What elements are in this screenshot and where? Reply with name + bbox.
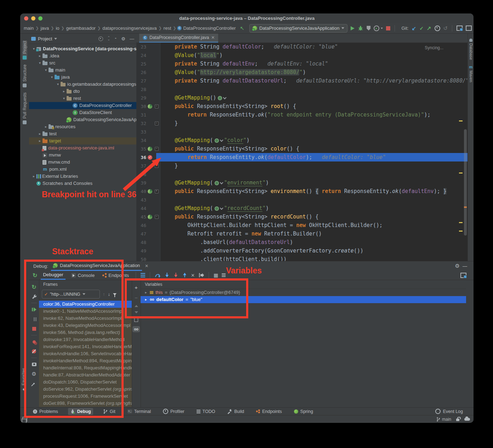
endpoint-mapping-icon[interactable] (148, 189, 152, 194)
frame-row[interactable]: handleInternal:808, RequestMappingHandle… (39, 364, 132, 372)
code-line[interactable]: 26 @Value("http://verylargedatastore:808… (136, 68, 468, 76)
debugger-settings-gear-icon[interactable]: ⚙ (29, 371, 39, 377)
code-line[interactable]: 43 (136, 195, 468, 204)
event-log-button[interactable]: Event Log (435, 409, 463, 414)
debug-session-tab[interactable]: DataProcessingServiceJavaApplication (51, 261, 142, 271)
request-mapping-globe-icon[interactable] (215, 138, 219, 143)
collapse-fold-icon[interactable]: − (155, 147, 159, 151)
duplicate-watch-icon[interactable] (134, 318, 138, 322)
code-line[interactable]: 46 OkHttpClient.Builder httpClient = new… (136, 221, 468, 229)
request-mapping-globe-icon[interactable] (215, 181, 219, 185)
frame-row[interactable]: invokeHandlerMethod:894, RequestMappingH… (39, 357, 132, 364)
breadcrumb-item[interactable]: rest (163, 25, 172, 31)
stop-button[interactable] (386, 26, 390, 30)
collapse-fold-icon[interactable]: − (155, 104, 159, 108)
chevron-down-icon[interactable] (223, 96, 226, 100)
tree-item[interactable]: data-processing-service-java.iml (29, 144, 136, 152)
variable-row-defaultcolor[interactable]: ▸ oo defaultColor = "blue" (141, 296, 466, 303)
chevron-down-icon[interactable] (220, 206, 223, 210)
stripe-tab-database[interactable]: Database (469, 39, 473, 60)
pause-program-icon[interactable] (34, 317, 35, 321)
locate-file-icon[interactable] (98, 36, 103, 41)
open-preview-icon[interactable] (466, 25, 472, 31)
move-watch-down-icon[interactable] (135, 311, 138, 313)
tool-problems[interactable]: !Problems (31, 408, 60, 415)
wrench-icon[interactable] (32, 294, 36, 299)
thread-dump-icon[interactable] (32, 363, 36, 366)
next-frame-icon[interactable]: ↓ (108, 291, 110, 297)
collapse-fold-icon[interactable]: − (155, 164, 159, 168)
gear-icon[interactable]: ⚙ (121, 36, 125, 41)
run-with-coverage-button[interactable] (367, 26, 370, 30)
history-button[interactable] (435, 25, 440, 31)
expand-fold-icon[interactable]: + (155, 189, 159, 193)
lock-icon[interactable] (456, 419, 459, 421)
code-line[interactable]: 47 Retrofit retrofit = new Retrofit.Buil… (136, 229, 468, 238)
code-line[interactable]: 29 @GetMapping() (136, 93, 468, 102)
chevron-icon[interactable]: ▸ (43, 123, 49, 130)
tool-debug[interactable]: Debug (68, 408, 93, 415)
tree-item[interactable]: ▸dto (29, 88, 136, 95)
code-line[interactable]: 31 return ResponseEntity.ok("root endpoi… (136, 110, 468, 119)
move-watch-up-icon[interactable] (135, 305, 138, 307)
remove-watch-icon[interactable]: − (135, 295, 138, 301)
tree-item[interactable]: ▸External Libraries (29, 173, 136, 180)
code-line[interactable]: 40+ public ResponseEntity<String> enviro… (136, 187, 468, 195)
debug-button[interactable] (358, 25, 363, 31)
tree-item[interactable]: mvnw.cmd (29, 159, 136, 166)
frame-row[interactable]: invoke:43, DelegatingMethodAccessorImpl (39, 322, 132, 329)
variable-row-this[interactable]: ▸ this = {DataProcessingController@6749} (141, 289, 466, 296)
git-push-button[interactable]: ↗ (427, 25, 431, 32)
endpoint-mapping-icon[interactable] (148, 104, 152, 109)
frame-row[interactable]: invoke:62, NativeMethodAccessorImpl (39, 315, 132, 322)
force-step-into-icon[interactable] (173, 273, 178, 278)
breadcrumb-item[interactable]: dataprocessingservicejava (102, 25, 157, 31)
layout-menu-icon[interactable] (141, 273, 145, 274)
frame-row[interactable]: doInvoke:197, InvocableHandlerMethod (39, 336, 132, 343)
endpoint-mapping-icon[interactable] (148, 147, 152, 151)
mute-breakpoints-icon[interactable] (32, 349, 36, 353)
breadcrumb-item[interactable]: main (23, 25, 34, 31)
stripe-tab-maven[interactable]: mMaven (469, 65, 473, 82)
code-line[interactable]: 45− public ResponseEntity<String> record… (136, 212, 468, 221)
evaluate-expression-icon[interactable]: ▦ (214, 272, 218, 278)
hide-panel-icon[interactable]: — (463, 263, 467, 269)
code-line[interactable]: 38 (136, 170, 468, 178)
tree-item[interactable]: ▸.idea (29, 52, 136, 59)
chevron-down-icon[interactable] (220, 138, 223, 142)
chevron-icon[interactable]: ▸ (61, 88, 67, 95)
tool-build[interactable]: Build (225, 408, 246, 415)
tool-spring[interactable]: Spring (292, 408, 315, 415)
breadcrumb-item[interactable]: getambasador (66, 25, 96, 31)
tool-todo[interactable]: TODO (194, 408, 217, 415)
stripe-tab-structure[interactable]: Structure (22, 64, 27, 87)
breadcrumb-item-current[interactable]: DataProcessingController (182, 25, 236, 31)
code-line[interactable]: 50 .client(httpClient.build()) (136, 255, 468, 261)
tree-item[interactable]: DataProcessingServiceJavaApplication (29, 116, 136, 123)
code-line[interactable]: 48 .baseUrl(defaultDatastoreUrl) (136, 238, 468, 246)
chevron-right-icon[interactable]: ▸ (144, 289, 148, 296)
tree-item[interactable]: ▸resources (29, 123, 136, 130)
chevron-icon[interactable]: ▸ (37, 52, 42, 59)
settings-sliders-icon[interactable] (222, 273, 226, 274)
chevron-icon[interactable]: ▾ (49, 74, 55, 81)
endpoint-mapping-icon[interactable] (148, 215, 152, 219)
collapse-fold-icon[interactable]: − (155, 121, 159, 125)
code-line[interactable]: 49 .addConverterFactory(GsonConverterFac… (136, 246, 468, 255)
tree-item[interactable]: ▸target (29, 137, 136, 144)
rerun-icon[interactable]: ↻ (33, 272, 37, 279)
chevron-right-icon[interactable]: ▸ (144, 296, 148, 303)
frame-row[interactable]: invokeForRequest:141, InvocableHandlerMe… (39, 343, 132, 350)
run-to-cursor-icon[interactable] (198, 273, 204, 278)
profiler-button[interactable] (374, 25, 379, 31)
tree-item[interactable]: ▾rest (29, 95, 136, 102)
chevron-down-icon[interactable] (220, 181, 223, 185)
git-update-button[interactable]: ↙ (412, 25, 416, 32)
thread-select[interactable]: ✓ "http-...UNNING (42, 290, 100, 299)
chevron-icon[interactable]: ▸ (37, 137, 42, 144)
sync-settings-icon[interactable] (464, 418, 470, 421)
stripe-tab-project[interactable]: Project (22, 41, 27, 59)
view-breakpoints-icon[interactable] (33, 340, 36, 344)
code-line[interactable]: 44 @GetMapping("recordCount") (136, 204, 468, 212)
gear-icon[interactable]: ⚙ (455, 263, 460, 269)
